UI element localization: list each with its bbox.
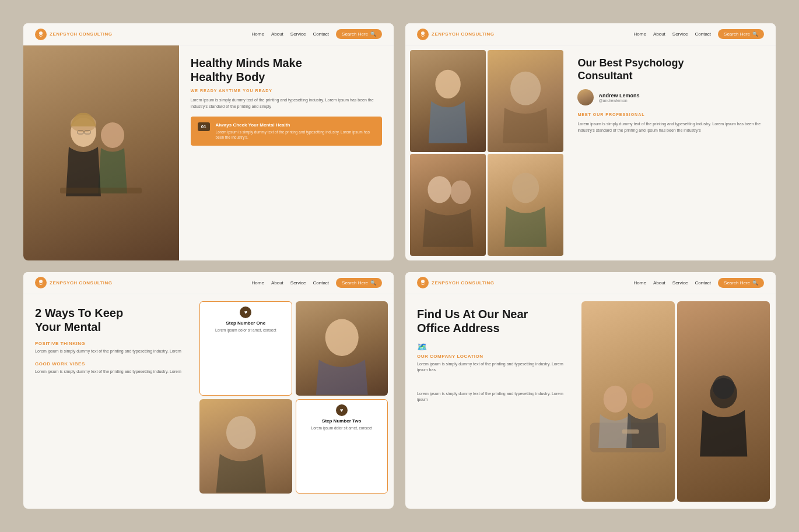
positive-label: POSITIVE THINKING — [35, 341, 182, 346]
logo-icon-3 — [35, 277, 47, 288]
search-button-3[interactable]: Search Here 🔍 — [336, 278, 382, 288]
logo-1: ZENPSYCH CONSULTING — [35, 29, 113, 40]
consultant-name: Andrew Lemons — [598, 93, 639, 98]
search-icon-3: 🔍 — [370, 280, 376, 286]
location-label: OUR COMPANY LOCATION — [417, 354, 564, 359]
nav-about-3[interactable]: About — [271, 280, 283, 286]
img-therapy-1 — [410, 50, 486, 152]
svg-point-12 — [510, 72, 541, 105]
search-button-2[interactable]: Search Here 🔍 — [718, 29, 764, 39]
good-work-text: Lorem ipsum is simply dummy text of the … — [35, 369, 182, 375]
svg-point-27 — [632, 383, 654, 408]
svg-point-2 — [101, 122, 124, 148]
nav-contact-4[interactable]: Contact — [695, 280, 712, 286]
location-text-2: Lorem ipsum is simply dummy text of the … — [417, 391, 564, 403]
nav-home-3[interactable]: Home — [252, 280, 264, 286]
step-image-2 — [199, 399, 292, 494]
nav-4: ZENPSYCH CONSULTING Home About Service C… — [405, 272, 776, 294]
card-1: 01 Always Check Your Mental Health Lorem… — [191, 117, 382, 146]
nav-2: ZENPSYCH CONSULTING Home About Service C… — [405, 23, 776, 45]
card-number-1: 01 — [198, 122, 210, 131]
slide-3-left: 2 Ways To Keep Your Mental POSITIVE THIN… — [23, 294, 194, 394]
step-text-2: Lorem ipsum dolor sit amet, consect — [311, 425, 372, 431]
nav-service-2[interactable]: Service — [672, 31, 688, 37]
step-text-1: Lorem ipsum dolor sit amet, consect — [215, 327, 276, 333]
nav-contact-2[interactable]: Contact — [695, 31, 712, 37]
nav-3: ZENPSYCH CONSULTING Home About Service C… — [23, 272, 394, 294]
logo-4: ZENPSYCH CONSULTING — [417, 277, 495, 288]
step-card-2: ♥ Step Number Two Lorem ipsum dolor sit … — [296, 399, 388, 494]
meet-label: MEET OUR PROFESSIONAL — [577, 112, 766, 117]
office-image-2 — [677, 301, 770, 502]
slide-1: ZENPSYCH CONSULTING Home About Service C… — [23, 23, 394, 260]
slide-4: ZENPSYCH CONSULTING Home About Service C… — [405, 272, 776, 509]
svg-point-8 — [421, 31, 425, 35]
nav-contact-1[interactable]: Contact — [313, 31, 330, 37]
card-content-1: Always Check Your Mental Health Lorem ip… — [216, 122, 375, 140]
svg-point-26 — [604, 385, 628, 412]
nav-about-1[interactable]: About — [271, 31, 283, 37]
search-button-1[interactable]: Search Here 🔍 — [336, 29, 382, 39]
img-therapy-3 — [410, 154, 486, 256]
step-title-2: Step Number Two — [322, 418, 361, 424]
svg-point-10 — [435, 70, 460, 98]
office-image-1 — [581, 301, 674, 502]
svg-point-31 — [712, 375, 734, 399]
main-heading-1: Healthy Minds Make Healthy Body — [191, 56, 382, 84]
nav-service-3[interactable]: Service — [290, 280, 306, 286]
image-grid-2 — [405, 45, 568, 260]
nav-1: ZENPSYCH CONSULTING Home About Service C… — [23, 23, 394, 45]
logo-icon-2 — [417, 29, 429, 40]
slide-4-left: Find Us At Our Near Office Address 🗺️ OU… — [405, 294, 576, 509]
svg-point-20 — [325, 319, 358, 355]
consultant-info: Andrew Lemons @andrewlemon — [598, 93, 639, 103]
nav-about-4[interactable]: About — [653, 280, 665, 286]
ways-heading: 2 Ways To Keep Your Mental — [35, 306, 182, 334]
svg-point-18 — [39, 280, 43, 283]
slide-1-text: Healthy Minds Make Healthy Body WE READY… — [179, 45, 394, 260]
nav-links-4: Home About Service Contact Search Here 🔍 — [634, 278, 764, 288]
step-title-1: Step Number One — [226, 320, 266, 326]
nav-contact-3[interactable]: Contact — [313, 280, 330, 286]
good-work-label: GOOD WORK VIBES — [35, 361, 182, 367]
nav-home-4[interactable]: Home — [634, 280, 646, 286]
img-therapy-2 — [488, 50, 563, 152]
logo-text-4: ZENPSYCH CONSULTING — [432, 280, 495, 286]
nav-links-2: Home About Service Contact Search Here 🔍 — [634, 29, 764, 39]
slide-4-body: Find Us At Our Near Office Address 🗺️ OU… — [405, 294, 776, 509]
search-icon-4: 🔍 — [752, 280, 758, 286]
card-text-1: Lorem ipsum is simply dummy text of the … — [216, 129, 375, 140]
logo-text-2: ZENPSYCH CONSULTING — [432, 31, 495, 37]
logo-icon-1 — [35, 29, 47, 40]
body-text-2: Lorem ipsum is simply dummy text of the … — [577, 121, 766, 133]
slide-2-body: Our Best Psychology Consultant Andrew Le… — [405, 45, 776, 260]
slide-1-body: Healthy Minds Make Healthy Body WE READY… — [23, 45, 394, 260]
consultant-handle: @andrewlemon — [598, 98, 639, 103]
slide-3-body: 2 Ways To Keep Your Mental POSITIVE THIN… — [23, 294, 394, 509]
positive-text: Lorem ipsum is simply dummy text of the … — [35, 348, 182, 355]
nav-links-3: Home About Service Contact Search Here 🔍 — [252, 278, 382, 288]
slide-3-right: ♥ Step Number One Lorem ipsum dolor sit … — [194, 294, 394, 501]
svg-point-15 — [450, 180, 471, 204]
nav-home-1[interactable]: Home — [252, 31, 264, 37]
step-icon-2: ♥ — [336, 404, 348, 416]
svg-point-14 — [427, 176, 451, 203]
logo-text-1: ZENPSYCH CONSULTING — [50, 31, 113, 37]
nav-links-1: Home About Service Contact Search Here 🔍 — [252, 29, 382, 39]
map-icon: 🗺️ — [417, 342, 427, 351]
step-card-1: ♥ Step Number One Lorem ipsum dolor sit … — [199, 301, 292, 396]
nav-service-4[interactable]: Service — [672, 280, 688, 286]
office-heading: Find Us At Our Near Office Address — [417, 307, 564, 335]
card-title-1: Always Check Your Mental Health — [216, 122, 375, 128]
nav-home-2[interactable]: Home — [634, 31, 646, 37]
consultant-heading: Our Best Psychology Consultant — [577, 57, 766, 82]
nav-service-1[interactable]: Service — [290, 31, 306, 37]
sub-heading-1: WE READY ANYTIME YOU READY — [191, 89, 382, 93]
consultant-profile: Andrew Lemons @andrewlemon — [577, 89, 766, 105]
search-button-4[interactable]: Search Here 🔍 — [718, 278, 764, 288]
logo-3: ZENPSYCH CONSULTING — [35, 277, 113, 288]
nav-about-2[interactable]: About — [653, 31, 665, 37]
slide-2: ZENPSYCH CONSULTING Home About Service C… — [405, 23, 776, 260]
location-text-1: Lorem ipsum is simply dummy text of the … — [417, 361, 564, 374]
slide-4-right — [576, 294, 776, 509]
